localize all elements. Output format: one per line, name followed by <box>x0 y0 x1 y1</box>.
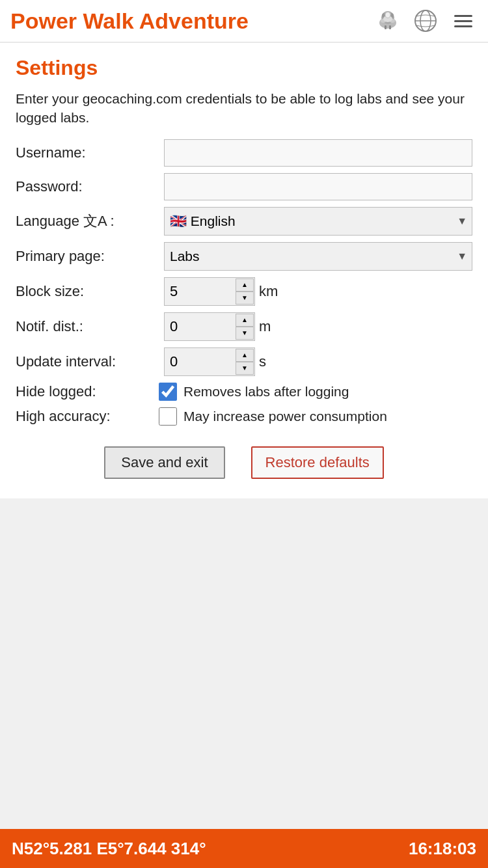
primary-page-label: Primary page: <box>16 248 159 265</box>
svg-rect-9 <box>385 25 386 29</box>
coordinates-display: N52°5.281 E5°7.644 314° <box>12 839 206 859</box>
high-accuracy-label: High accuracy: <box>16 408 159 425</box>
username-label: Username: <box>16 144 159 161</box>
update-interval-row: Update interval: ▲ ▼ s <box>16 347 472 376</box>
header-icons <box>373 7 478 35</box>
block-size-label: Block size: <box>16 283 159 300</box>
app-title: Power Walk Adventure <box>10 8 249 34</box>
svg-rect-16 <box>454 25 472 27</box>
notif-dist-input-wrap: ▲ ▼ <box>164 312 255 341</box>
svg-rect-15 <box>454 20 472 22</box>
notif-dist-row: Notif. dist.: ▲ ▼ m <box>16 312 472 341</box>
status-bar: N52°5.281 E5°7.644 314° 16:18:03 <box>0 829 488 868</box>
svg-rect-10 <box>389 25 391 29</box>
primary-page-row: Primary page: Labs Map List ▼ <box>16 242 472 271</box>
buttons-row: Save and exit Restore defaults <box>16 446 472 479</box>
high-accuracy-row: High accuracy: May increase power consum… <box>16 407 472 426</box>
block-size-spinner-buttons: ▲ ▼ <box>236 278 254 305</box>
language-row: Language 文A : 🇬🇧 English 🇩🇪 Deutsch 🇫🇷 F… <box>16 207 472 236</box>
settings-panel: Settings Enter your geocaching.com crede… <box>0 43 488 498</box>
notif-dist-label: Notif. dist.: <box>16 318 159 335</box>
block-size-decrement[interactable]: ▼ <box>236 292 254 305</box>
language-select-wrapper: 🇬🇧 English 🇩🇪 Deutsch 🇫🇷 Français 🇳🇱 Ned… <box>164 207 472 236</box>
notif-dist-spinner-buttons: ▲ ▼ <box>236 314 254 340</box>
password-row: Password: <box>16 173 472 200</box>
high-accuracy-desc: May increase power consumption <box>183 409 387 424</box>
update-interval-decrement[interactable]: ▼ <box>236 362 254 375</box>
notif-dist-unit: m <box>259 318 277 335</box>
page-title: Settings <box>16 56 472 80</box>
block-size-spinner-wrapper: ▲ ▼ km <box>164 277 278 306</box>
hide-logged-checkbox[interactable] <box>159 383 177 401</box>
globe-icon[interactable] <box>411 7 440 35</box>
hide-logged-row: Hide logged: Removes labs after logging <box>16 383 472 401</box>
high-accuracy-checkbox-wrap: May increase power consumption <box>159 407 387 426</box>
notif-dist-increment[interactable]: ▲ <box>236 314 254 327</box>
block-size-increment[interactable]: ▲ <box>236 278 254 292</box>
language-label: Language 文A : <box>16 211 159 231</box>
block-size-unit: km <box>259 283 278 300</box>
time-display: 16:18:03 <box>409 839 476 859</box>
svg-rect-14 <box>454 15 472 17</box>
update-interval-label: Update interval: <box>16 353 159 370</box>
update-interval-spinner-wrapper: ▲ ▼ s <box>164 347 277 376</box>
block-size-input-wrap: ▲ ▼ <box>164 277 255 306</box>
hide-logged-desc: Removes labs after logging <box>183 384 349 400</box>
update-interval-unit: s <box>259 353 277 370</box>
update-interval-input-wrap: ▲ ▼ <box>164 347 255 376</box>
password-label: Password: <box>16 178 159 195</box>
sheep-icon[interactable] <box>373 7 402 35</box>
username-input[interactable] <box>164 139 472 167</box>
notif-dist-decrement[interactable]: ▼ <box>236 327 254 340</box>
menu-icon[interactable] <box>449 7 478 35</box>
hide-logged-label: Hide logged: <box>16 383 159 400</box>
notif-dist-spinner-wrapper: ▲ ▼ m <box>164 312 277 341</box>
credentials-description: Enter your geocaching.com credentials to… <box>16 89 472 128</box>
language-select[interactable]: 🇬🇧 English 🇩🇪 Deutsch 🇫🇷 Français 🇳🇱 Ned… <box>164 207 472 236</box>
restore-defaults-button[interactable]: Restore defaults <box>251 446 384 479</box>
update-interval-increment[interactable]: ▲ <box>236 349 254 362</box>
hide-logged-checkbox-wrap: Removes labs after logging <box>159 383 349 401</box>
high-accuracy-checkbox[interactable] <box>159 407 177 426</box>
app-header: Power Walk Adventure <box>0 0 488 43</box>
svg-point-8 <box>385 12 390 18</box>
primary-page-select[interactable]: Labs Map List <box>164 242 472 271</box>
password-input[interactable] <box>164 173 472 200</box>
save-and-exit-button[interactable]: Save and exit <box>104 446 224 479</box>
primary-page-select-wrapper: Labs Map List ▼ <box>164 242 472 271</box>
username-row: Username: <box>16 139 472 167</box>
block-size-row: Block size: ▲ ▼ km <box>16 277 472 306</box>
update-interval-spinner-buttons: ▲ ▼ <box>236 349 254 375</box>
